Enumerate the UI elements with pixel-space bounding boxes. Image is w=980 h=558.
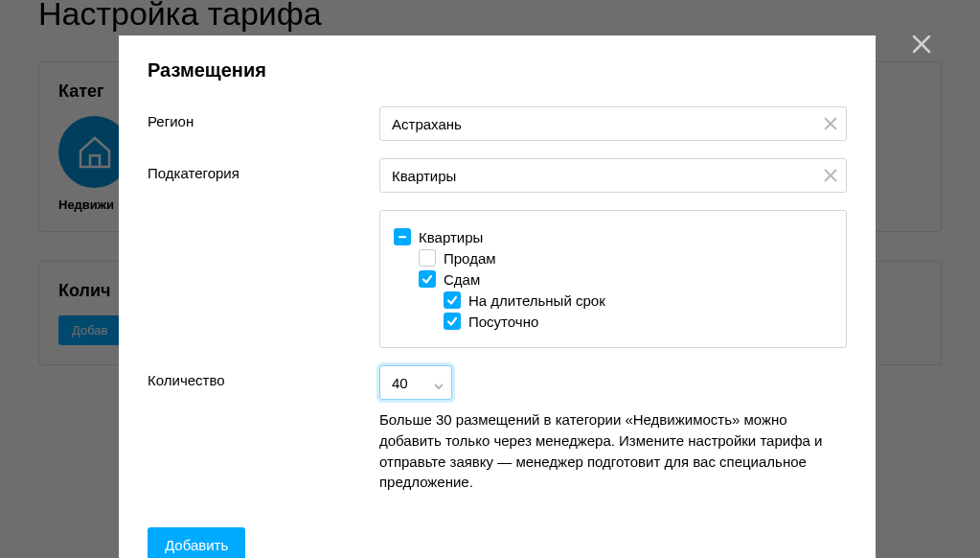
tree-label: Продам: [444, 250, 496, 267]
tree-label: На длительный срок: [468, 292, 605, 309]
quantity-label: Количество: [148, 365, 379, 388]
checkbox-checked[interactable]: [419, 270, 436, 288]
subcategory-clear-icon[interactable]: [824, 169, 837, 182]
quantity-row: Количество Больше 30 размещений в катего…: [148, 365, 847, 493]
tree-item[interactable]: Продам: [419, 249, 832, 267]
modal-title: Размещения: [148, 59, 847, 81]
tree-label: Квартиры: [419, 229, 483, 245]
region-row: Регион: [148, 106, 847, 141]
tree-label: Сдам: [444, 271, 480, 288]
category-tree: Квартиры Продам Сдам На длительный: [379, 210, 847, 348]
tree-item[interactable]: На длительный срок: [444, 291, 832, 309]
quantity-select[interactable]: [379, 365, 452, 400]
subcategory-input[interactable]: [379, 158, 847, 193]
tree-item[interactable]: Сдам: [419, 270, 832, 288]
subcategory-label: Подкатегория: [148, 158, 379, 181]
close-icon[interactable]: [910, 33, 933, 56]
checkbox-unchecked[interactable]: [419, 249, 436, 267]
region-clear-icon[interactable]: [824, 117, 837, 130]
quantity-help-text: Больше 30 размещений в категории «Недвиж…: [379, 409, 847, 493]
checkbox-indeterminate[interactable]: [394, 228, 411, 245]
subcategory-row: Подкатегория Квартиры Продам: [148, 158, 847, 348]
tree-item-root[interactable]: Квартиры: [394, 228, 832, 245]
checkbox-checked[interactable]: [444, 313, 461, 330]
submit-button[interactable]: Добавить: [148, 527, 245, 558]
tree-item[interactable]: Посуточно: [444, 313, 832, 330]
placements-modal: Размещения Регион Подкатегория: [119, 35, 876, 558]
svg-rect-6: [399, 236, 406, 238]
checkbox-checked[interactable]: [444, 291, 461, 309]
region-input[interactable]: [379, 106, 847, 141]
region-label: Регион: [148, 106, 379, 129]
tree-label: Посуточно: [468, 314, 538, 330]
